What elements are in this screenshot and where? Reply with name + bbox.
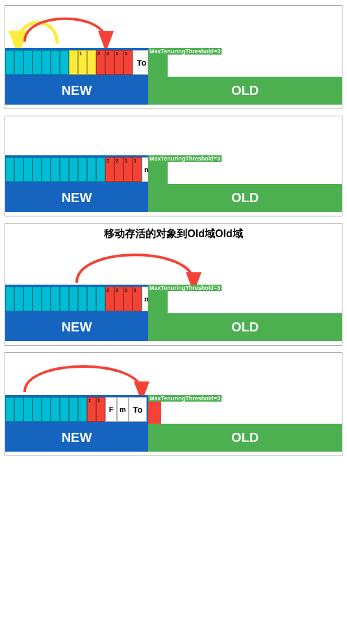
cell: 1 [96,397,105,422]
threshold-label-4: MaxTenuringThreshold=3 [148,395,222,402]
new-label-2: NEW [5,184,148,212]
cell: 2 [96,50,105,75]
cell [69,50,78,75]
old-label-2: OLD [148,184,342,212]
old-gen-bar-4: MaxTenuringThreshold=3 [148,395,342,424]
cell [60,287,69,311]
label-row-4: NEW OLD [5,424,342,452]
cell: 1 [114,50,123,75]
cell [87,287,96,311]
arrow-area-1 [5,6,342,48]
cell [51,397,60,422]
cell [42,157,51,182]
cell: 2 [114,287,123,311]
cell [51,287,60,311]
new-label-3: NEW [5,313,148,341]
cell [32,397,42,422]
threshold-label-1: MaxTenuringThreshold=3 [148,48,222,55]
cell-f-4: F [105,397,117,422]
cell [14,50,23,75]
cells-row-1: 1 2 2 1 1 To F m [5,48,148,77]
cell: 1 [123,50,133,75]
arrow-area-3 [5,242,342,285]
curve-arrow-svg-3 [5,242,343,285]
bounce-arrow-svg-4 [5,353,343,395]
threshold-label-2: MaxTenuringThreshold=3 [148,155,222,162]
threshold-label-3: MaxTenuringThreshold=3 [148,285,222,291]
cell [23,50,32,75]
cell [32,157,42,182]
cell: 2 [105,287,114,311]
cell: 2 [114,157,123,182]
cell: 1 [123,157,133,182]
cell [69,397,78,422]
old-label-1: OLD [148,77,342,105]
old-gen-bar-3: MaxTenuringThreshold=3 [148,285,342,313]
cell [5,50,14,75]
cell [60,50,69,75]
cell [87,50,96,75]
cell [60,157,69,182]
cell [14,157,23,182]
new-gen-bar-2: 2 2 1 1 m To [5,155,148,184]
cell [60,397,69,422]
cell [14,397,23,422]
cell: 2 [105,50,114,75]
cell: 1 [133,157,142,182]
cell [78,287,87,311]
cell [5,397,14,422]
bounce-arrow-svg-1 [5,6,343,48]
cell [78,157,87,182]
new-gen-bar-4: 1 1 F m To [5,395,148,424]
cells-row-2: 2 2 1 1 m To [5,155,148,184]
old-gen-bar-2: MaxTenuringThreshold=3 [148,155,342,184]
diagram-3: 移动存活的对象到Old域Old域 [5,223,342,346]
label-row-1: NEW OLD [5,77,342,105]
cell [69,287,78,311]
cell [42,287,51,311]
cell [42,50,51,75]
cell [96,157,105,182]
cell [96,287,105,311]
cell: 1 [78,50,87,75]
cell [5,157,14,182]
memory-bar-2: 2 2 1 1 m To MaxTenuringThreshold=3 [5,155,342,184]
label-row-3: NEW OLD [5,313,342,341]
cells-row-4: 1 1 F m To [5,395,148,424]
cell [69,157,78,182]
cell [5,287,14,311]
cell-m-2: m [142,157,148,182]
cell-m-3: m [142,287,148,311]
cell [32,50,42,75]
cell [23,157,32,182]
arrow-area-4 [5,353,342,395]
cell [87,157,96,182]
cell [14,287,23,311]
cell [23,397,32,422]
cell [32,287,42,311]
cell-m-4: m [117,397,129,422]
arrow-area-2 [5,116,342,155]
memory-bar-4: 1 1 F m To MaxTenuringThreshold=3 [5,395,342,424]
caption-3: 移动存活的对象到Old域Old域 [5,224,342,242]
label-row-2: NEW OLD [5,184,342,212]
cell-to-1: To [133,50,148,75]
cells-row-3: 2 2 1 1 m To [5,285,148,313]
memory-bar-1: 1 2 2 1 1 To F m MaxTenuringThreshold=3 [5,48,342,77]
new-gen-bar-3: 2 2 1 1 m To [5,285,148,313]
old-label-4: OLD [148,424,342,452]
cell: 1 [123,287,133,311]
new-gen-bar-1: 1 2 2 1 1 To F m [5,48,148,77]
old-gen-bar-1: MaxTenuringThreshold=3 [148,48,342,77]
cell: 1 [87,397,96,422]
cell [51,157,60,182]
memory-bar-3: 2 2 1 1 m To MaxTenuringThreshold=3 [5,285,342,313]
diagram-2: 2 2 1 1 m To MaxTenuringThreshold=3 NEW … [5,116,342,216]
cell [78,397,87,422]
cell [23,287,32,311]
diagram-4: 1 1 F m To MaxTenuringThreshold=3 NEW OL… [5,352,342,456]
new-label-4: NEW [5,424,148,452]
cell: 1 [133,287,142,311]
new-label-1: NEW [5,77,148,105]
cell: 2 [105,157,114,182]
